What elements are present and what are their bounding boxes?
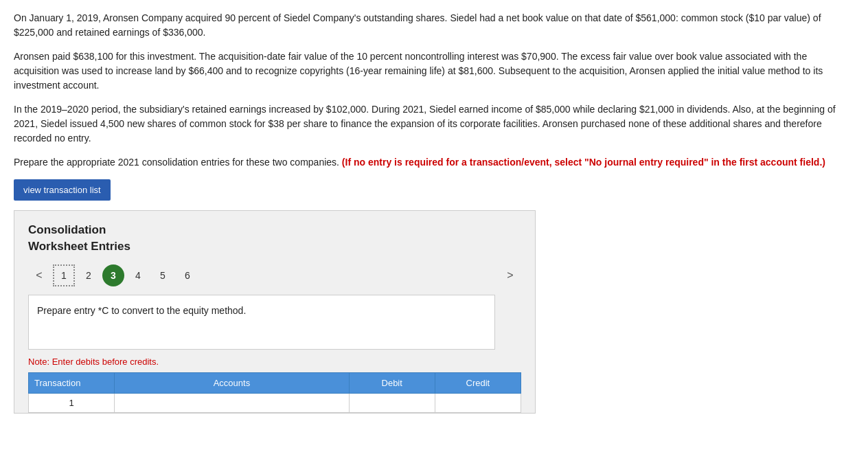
page-4-button[interactable]: 4 — [127, 264, 149, 286]
col-header-credit: Credit — [435, 372, 521, 393]
credit-input-1[interactable] — [441, 398, 515, 408]
paragraph-4: Prepare the appropriate 2021 consolidati… — [14, 155, 854, 170]
worksheet-container: Consolidation Worksheet Entries < 1 2 3 … — [14, 210, 536, 414]
cell-debit-1[interactable] — [349, 393, 435, 412]
instruction-bold: (If no entry is required for a transacti… — [342, 157, 825, 168]
next-page-button[interactable]: > — [499, 264, 521, 286]
paragraph-1: On January 1, 2019, Aronsen Company acqu… — [14, 11, 854, 40]
cell-accounts-1[interactable] — [115, 393, 349, 412]
page-2-button[interactable]: 2 — [78, 264, 100, 286]
col-header-debit: Debit — [349, 372, 435, 393]
pagination: < 1 2 3 4 5 6 > — [28, 264, 521, 286]
note-text: Note: Enter debits before credits. — [28, 357, 521, 367]
debit-input-1[interactable] — [355, 398, 429, 408]
paragraph-3: In the 2019–2020 period, the subsidiary'… — [14, 102, 854, 146]
cell-transaction-1: 1 — [29, 393, 115, 412]
prepare-text: Prepare the appropriate 2021 consolidati… — [14, 157, 339, 168]
table-row: 1 — [29, 393, 521, 412]
entry-description-box: Prepare entry *C to convert to the equit… — [28, 295, 495, 350]
paragraph-2: Aronsen paid $638,100 for this investmen… — [14, 49, 854, 93]
page-6-button[interactable]: 6 — [176, 264, 198, 286]
col-header-accounts: Accounts — [115, 372, 349, 393]
accounts-input-1[interactable] — [120, 398, 343, 408]
cell-credit-1[interactable] — [435, 393, 521, 412]
page-3-button[interactable]: 3 — [102, 264, 124, 286]
view-transaction-list-button[interactable]: view transaction list — [14, 179, 111, 201]
entry-description-text: Prepare entry *C to convert to the equit… — [37, 305, 246, 316]
journal-entry-table: Transaction Accounts Debit Credit 1 — [28, 372, 521, 413]
page-1-button[interactable]: 1 — [53, 264, 75, 286]
prev-page-button[interactable]: < — [28, 264, 50, 286]
worksheet-title: Consolidation Worksheet Entries — [28, 222, 521, 255]
page-5-button[interactable]: 5 — [152, 264, 174, 286]
col-header-transaction: Transaction — [29, 372, 115, 393]
